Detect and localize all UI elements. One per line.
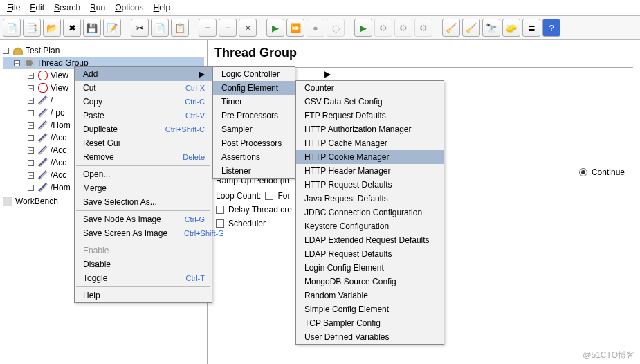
- add-submenu[interactable]: Logic Controller▶Config Element▶Timer▶Pr…: [212, 66, 295, 179]
- collapse-icon[interactable]: –: [14, 60, 20, 66]
- search-icon[interactable]: 🔭: [482, 19, 500, 37]
- collapse-icon[interactable]: –: [28, 122, 34, 129]
- ctx-item-disable[interactable]: Disable: [75, 257, 212, 271]
- clipboard-icon: [3, 197, 12, 206]
- collapse-icon[interactable]: –: [28, 172, 34, 179]
- config-item-login-config-element[interactable]: Login Config Element: [296, 261, 444, 275]
- collapse-icon[interactable]: –: [28, 98, 34, 104]
- ctx-item-paste[interactable]: PasteCtrl-V: [75, 109, 212, 122]
- config-item-ftp-request-defaults[interactable]: FTP Request Defaults: [296, 109, 444, 122]
- pen-icon: [38, 145, 48, 155]
- ctx-item-cut[interactable]: CutCtrl-X: [75, 81, 212, 95]
- ctx-item-open-[interactable]: Open...: [75, 167, 212, 181]
- config-item-mongodb-source-config[interactable]: MongoDB Source Config: [296, 275, 444, 289]
- toggle-icon[interactable]: ✳: [239, 19, 257, 37]
- config-item-keystore-configuration[interactable]: Keystore Configuration: [296, 219, 444, 233]
- loop-count-row: Loop Count: For: [216, 191, 292, 201]
- ctx-item-copy[interactable]: CopyCtrl-C: [75, 95, 212, 109]
- continue-radio[interactable]: [579, 168, 587, 176]
- context-menu[interactable]: Add▶CutCtrl-XCopyCtrl-CPasteCtrl-VDuplic…: [74, 66, 212, 303]
- save-icon[interactable]: 💾: [83, 19, 101, 37]
- config-item-user-defined-variables[interactable]: User Defined Variables: [296, 330, 444, 344]
- loop-count-label: Loop Count:: [216, 191, 261, 201]
- ctx-item-help[interactable]: Help: [75, 289, 212, 302]
- menu-run[interactable]: Run: [86, 1, 109, 14]
- collapse-icon[interactable]: －: [219, 19, 237, 37]
- pen-icon: [38, 95, 48, 105]
- config-item-csv-data-set-config[interactable]: CSV Data Set Config: [296, 95, 444, 109]
- config-item-random-variable[interactable]: Random Variable: [296, 289, 444, 302]
- config-item-tcp-sampler-config[interactable]: TCP Sampler Config: [296, 316, 444, 330]
- tree-label: /Hom: [51, 181, 71, 194]
- menu-options[interactable]: Options: [111, 1, 147, 14]
- collapse-icon[interactable]: –: [28, 110, 34, 116]
- new-icon[interactable]: 📄: [3, 19, 21, 37]
- config-element-submenu[interactable]: CounterCSV Data Set ConfigFTP Request De…: [295, 80, 444, 345]
- menu-edit[interactable]: Edit: [26, 1, 48, 14]
- pen-icon: [38, 120, 48, 130]
- ctx-item-save-selection-as-[interactable]: Save Selection As...: [75, 195, 212, 209]
- ctx-item-save-node-as-image[interactable]: Save Node As ImageCtrl-G: [75, 212, 212, 226]
- reset-search-icon[interactable]: 🧽: [502, 19, 520, 37]
- tree-label: /-po: [51, 107, 65, 119]
- config-item-http-request-defaults[interactable]: HTTP Request Defaults: [296, 178, 444, 192]
- tree-node-test-plan[interactable]: – Test Plan: [3, 44, 204, 57]
- ctx-item-remove[interactable]: RemoveDelete: [75, 150, 212, 164]
- config-item-counter[interactable]: Counter: [296, 81, 444, 95]
- collapse-icon[interactable]: –: [28, 135, 34, 141]
- ctx-item-merge[interactable]: Merge: [75, 181, 212, 195]
- menu-search[interactable]: Search: [50, 1, 84, 14]
- remote-start-icon[interactable]: ▶: [354, 19, 372, 37]
- collapse-icon[interactable]: –: [28, 160, 34, 166]
- shutdown-icon: ◌: [327, 19, 345, 37]
- copy-icon[interactable]: 📄: [151, 19, 169, 37]
- expand-icon[interactable]: ＋: [199, 19, 217, 37]
- start-icon[interactable]: ▶: [266, 19, 284, 37]
- collapse-icon[interactable]: –: [3, 48, 9, 54]
- paste-icon[interactable]: 📋: [171, 19, 189, 37]
- tree-label: /Acc: [51, 131, 66, 144]
- config-item-jdbc-connection-configuration[interactable]: JDBC Connection Configuration: [296, 206, 444, 219]
- collapse-icon[interactable]: –: [28, 73, 34, 79]
- close-icon[interactable]: ✖: [63, 19, 81, 37]
- flask-icon: [13, 46, 23, 55]
- config-item-http-cookie-manager[interactable]: HTTP Cookie Manager: [296, 150, 444, 164]
- ctx-item-add[interactable]: Add▶: [75, 67, 212, 81]
- toolbar: 📄📑📂✖💾📝✂📄📋＋－✳▶⏩●◌▶⚙⚙⚙🧹🧹🔭🧽≣?: [0, 16, 640, 40]
- cut-icon[interactable]: ✂: [131, 19, 149, 37]
- config-item-simple-config-element[interactable]: Simple Config Element: [296, 302, 444, 316]
- ctx-item-reset-gui[interactable]: Reset Gui: [75, 136, 212, 150]
- config-item-http-cache-manager[interactable]: HTTP Cache Manager: [296, 136, 444, 150]
- watermark: @51CTO博客: [583, 349, 634, 361]
- config-item-http-header-manager[interactable]: HTTP Header Manager: [296, 164, 444, 178]
- clear-icon[interactable]: 🧹: [442, 19, 460, 37]
- gear-icon: [24, 58, 34, 68]
- ctx-item-save-screen-as-image[interactable]: Save Screen As ImageCtrl+Shift-G: [75, 226, 212, 240]
- templates-icon[interactable]: 📑: [23, 19, 41, 37]
- help-icon[interactable]: ?: [542, 19, 560, 37]
- collapse-icon[interactable]: –: [28, 147, 34, 154]
- clear-all-icon[interactable]: 🧹: [462, 19, 480, 37]
- delay-checkbox[interactable]: [216, 206, 224, 214]
- function-helper-icon[interactable]: ≣: [522, 19, 540, 37]
- submenu-item-logic-controller[interactable]: Logic Controller▶: [213, 67, 338, 81]
- menu-help[interactable]: Help: [149, 1, 175, 14]
- open-icon[interactable]: 📂: [43, 19, 61, 37]
- start-no-timers-icon[interactable]: ⏩: [286, 19, 304, 37]
- config-item-ldap-request-defaults[interactable]: LDAP Request Defaults: [296, 247, 444, 261]
- tree-label: /Acc: [51, 156, 66, 169]
- remote-start-all-icon: ⚙: [374, 19, 392, 37]
- forever-checkbox[interactable]: [265, 192, 273, 200]
- config-item-java-request-defaults[interactable]: Java Request Defaults: [296, 192, 444, 206]
- collapse-icon[interactable]: –: [28, 185, 34, 191]
- config-item-ldap-extended-request-defaults[interactable]: LDAP Extended Request Defaults: [296, 233, 444, 247]
- forever-label: For: [277, 191, 290, 201]
- menu-file[interactable]: File: [3, 1, 24, 14]
- save-as-icon[interactable]: 📝: [103, 19, 121, 37]
- config-item-http-authorization-manager[interactable]: HTTP Authorization Manager: [296, 122, 444, 136]
- collapse-icon[interactable]: –: [28, 85, 34, 91]
- tree-label: /Acc: [51, 144, 66, 156]
- ctx-item-toggle[interactable]: ToggleCtrl-T: [75, 271, 212, 285]
- scheduler-checkbox[interactable]: [216, 219, 224, 228]
- ctx-item-duplicate[interactable]: DuplicateCtrl+Shift-C: [75, 122, 212, 136]
